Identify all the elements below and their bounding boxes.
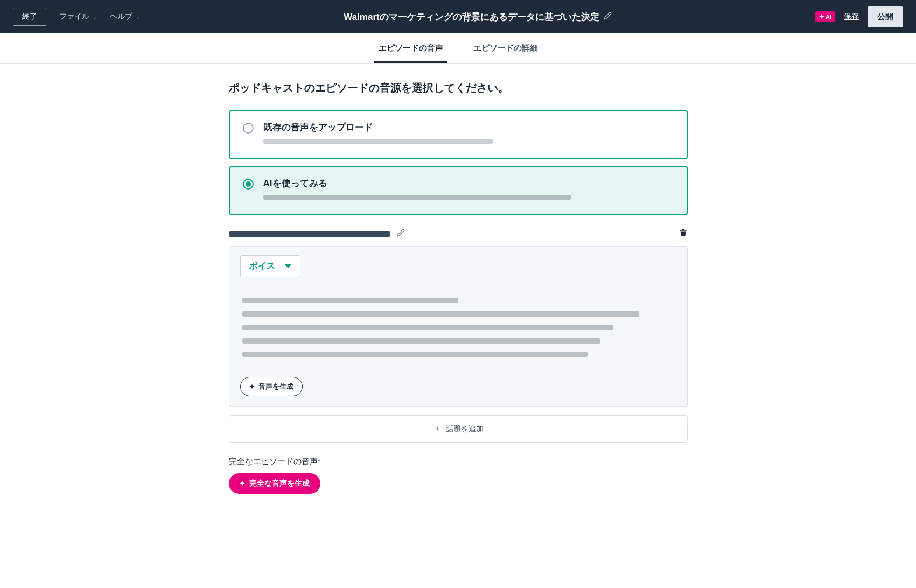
option-use-ai[interactable]: AIを使ってみる: [229, 166, 688, 215]
help-menu[interactable]: ヘルプ ⌄: [110, 12, 140, 22]
option-upload-audio[interactable]: 既存の音声をアップロード: [229, 110, 688, 159]
voice-panel: ボイス ✦ 音声を生成: [229, 246, 688, 407]
option-body: 既存の音声をアップロード: [263, 121, 674, 148]
voice-dropdown-label: ボイス: [249, 261, 275, 272]
topbar-right: ✦ AI 保存 公開: [815, 6, 903, 27]
radio-use-ai[interactable]: [243, 179, 254, 190]
option-upload-title: 既存の音声をアップロード: [263, 121, 674, 134]
edit-section-icon[interactable]: [397, 229, 405, 239]
save-button[interactable]: 保存: [844, 12, 859, 22]
placeholder-line: [263, 195, 571, 200]
page-title-area: Walmartのマーケティングの背景にあるデータに基づいた決定: [153, 11, 802, 23]
generate-full-audio-button[interactable]: ✦ 完全な音声を生成: [229, 473, 320, 494]
tab-episode-audio[interactable]: エピソードの音声: [374, 33, 447, 63]
chevron-down-icon: ⌄: [136, 14, 140, 20]
edit-title-icon[interactable]: [604, 12, 612, 22]
add-topic-button[interactable]: ＋ 話題を追加: [229, 415, 688, 443]
sparkle-icon: ✦: [249, 383, 255, 390]
file-menu[interactable]: ファイル ⌄: [59, 12, 97, 22]
full-audio-heading: 完全なエピソードの音声*: [229, 457, 688, 467]
placeholder-line: [242, 338, 601, 344]
generate-audio-button[interactable]: ✦ 音声を生成: [240, 377, 303, 396]
generate-full-audio-label: 完全な音声を生成: [249, 479, 310, 488]
page-heading: ポッドキャストのエピソードの音源を選択してください。: [229, 81, 688, 95]
content-container: ポッドキャストのエピソードの音源を選択してください。 既存の音声をアップロード …: [216, 64, 701, 515]
sparkle-icon: ✦: [819, 13, 824, 20]
caret-down-icon: [285, 264, 291, 268]
publish-button[interactable]: 公開: [868, 6, 903, 27]
section-header-left: [229, 229, 405, 239]
placeholder-line: [242, 352, 588, 357]
generate-audio-label: 音声を生成: [258, 382, 293, 391]
exit-button[interactable]: 終了: [13, 8, 46, 26]
page-title: Walmartのマーケティングの背景にあるデータに基づいた決定: [344, 11, 599, 23]
chevron-down-icon: ⌄: [93, 14, 97, 20]
delete-section-icon[interactable]: [679, 228, 688, 240]
sparkle-icon: ✦: [240, 480, 245, 487]
radio-upload[interactable]: [243, 123, 254, 134]
ai-badge-label: AI: [826, 13, 831, 20]
placeholder-line: [242, 298, 458, 303]
script-text-area[interactable]: [240, 298, 676, 357]
section-title-placeholder: [229, 231, 390, 237]
ai-badge[interactable]: ✦ AI: [815, 11, 835, 22]
placeholder-line: [242, 311, 640, 317]
file-menu-label: ファイル: [59, 12, 89, 22]
option-ai-title: AIを使ってみる: [263, 177, 674, 190]
placeholder-line: [263, 139, 493, 144]
voice-dropdown[interactable]: ボイス: [240, 255, 300, 277]
section-header: [229, 228, 688, 240]
topbar: 終了 ファイル ⌄ ヘルプ ⌄ Walmartのマーケティングの背景にあるデータ…: [0, 0, 916, 33]
tab-episode-details[interactable]: エピソードの詳細: [469, 33, 542, 63]
option-body: AIを使ってみる: [263, 177, 674, 204]
placeholder-line: [242, 325, 614, 330]
help-menu-label: ヘルプ: [110, 12, 132, 22]
tabbar: エピソードの音声 エピソードの詳細: [0, 33, 916, 64]
plus-icon: ＋: [433, 423, 442, 435]
add-topic-label: 話題を追加: [446, 424, 484, 434]
